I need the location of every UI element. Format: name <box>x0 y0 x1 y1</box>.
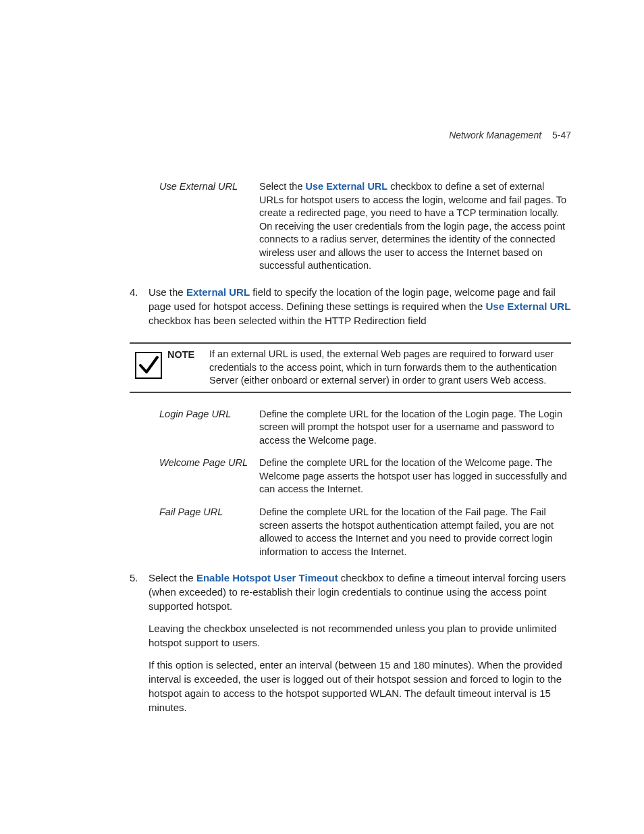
text: checkbox to define a set of external URL… <box>259 181 566 271</box>
definition-term: Fail Page URL <box>159 506 259 558</box>
ui-term: External URL <box>186 286 250 298</box>
definition-row: Login Page URL Define the complete URL f… <box>159 408 571 448</box>
definition-table: Login Page URL Define the complete URL f… <box>159 408 571 559</box>
definition-description: Define the complete URL for the location… <box>259 506 571 558</box>
text: checkbox has been selected within the HT… <box>149 315 427 326</box>
note-callout: NOTE If an external URL is used, the ext… <box>130 342 571 393</box>
definition-row: Use External URL Select the Use External… <box>159 180 571 273</box>
step-body: Use the External URL field to specify th… <box>149 285 571 336</box>
ui-term: Enable Hotspot User Timeout <box>196 572 338 583</box>
definition-row: Fail Page URL Define the complete URL fo… <box>159 506 571 558</box>
running-header: Network Management 5-47 <box>449 130 571 140</box>
definition-term: Use External URL <box>159 180 259 273</box>
ui-term: Use External URL <box>306 181 388 192</box>
step-number: 4. <box>130 285 149 336</box>
step-number: 5. <box>130 571 149 723</box>
page-content: Use External URL Select the Use External… <box>73 180 571 723</box>
definition-description: Define the complete URL for the location… <box>259 408 571 448</box>
header-section: Network Management <box>449 130 541 140</box>
text: Select the <box>259 181 306 192</box>
header-page-number: 5-47 <box>552 130 571 140</box>
step-item: 5. Select the Enable Hotspot User Timeou… <box>130 571 571 723</box>
page: Network Management 5-47 Use External URL… <box>0 0 644 834</box>
step-item: 4. Use the External URL field to specify… <box>130 285 571 336</box>
note-label: NOTE <box>167 348 209 360</box>
checkmark-icon <box>130 348 167 379</box>
paragraph: Leaving the checkbox unselected is not r… <box>149 621 571 650</box>
definition-description: Define the complete URL for the location… <box>259 457 571 496</box>
definition-term: Welcome Page URL <box>159 457 259 496</box>
paragraph: If this option is selected, enter an int… <box>149 658 571 714</box>
text: Use the <box>149 286 186 298</box>
definition-description: Select the Use External URL checkbox to … <box>259 180 571 273</box>
note-text: If an external URL is used, the external… <box>209 348 571 388</box>
definition-row: Welcome Page URL Define the complete URL… <box>159 457 571 496</box>
definition-table: Use External URL Select the Use External… <box>159 180 571 273</box>
ui-term: Use External URL <box>485 301 570 312</box>
definition-term: Login Page URL <box>159 408 259 448</box>
step-body: Select the Enable Hotspot User Timeout c… <box>149 571 571 723</box>
text: Select the <box>149 572 196 583</box>
